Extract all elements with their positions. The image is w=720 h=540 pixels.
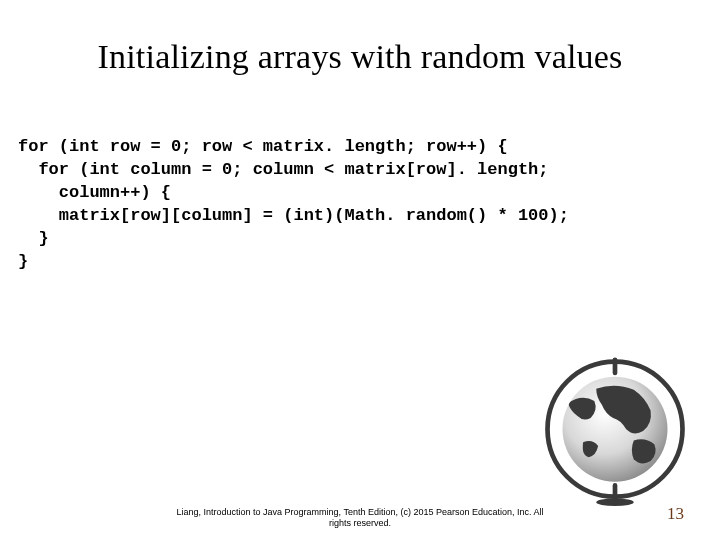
page-number: 13 xyxy=(667,504,684,524)
footer-copyright: Liang, Introduction to Java Programming,… xyxy=(0,507,720,530)
svg-point-4 xyxy=(596,499,634,507)
code-line: for (int column = 0; column < matrix[row… xyxy=(18,160,549,179)
code-line: column++) { xyxy=(18,183,171,202)
code-line: matrix[row][column] = (int)(Math. random… xyxy=(18,206,569,225)
code-line: } xyxy=(18,229,49,248)
globe-icon xyxy=(540,356,690,506)
slide-title: Initializing arrays with random values xyxy=(0,0,720,76)
code-block: for (int row = 0; row < matrix. length; … xyxy=(0,76,720,274)
footer-line: Liang, Introduction to Java Programming,… xyxy=(0,507,720,519)
code-line: for (int row = 0; row < matrix. length; … xyxy=(18,137,508,156)
slide: Initializing arrays with random values f… xyxy=(0,0,720,540)
footer-line: rights reserved. xyxy=(0,518,720,530)
code-line: } xyxy=(18,252,28,271)
